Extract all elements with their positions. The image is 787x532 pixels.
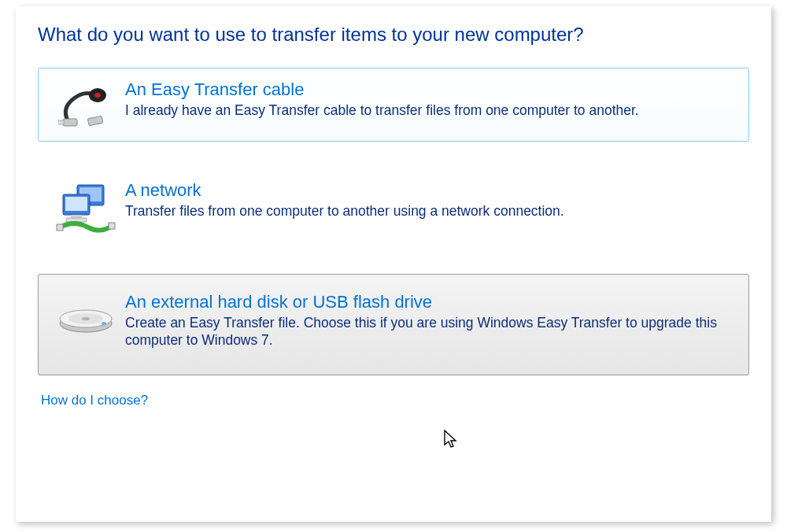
svg-rect-8 bbox=[65, 197, 87, 211]
svg-rect-4 bbox=[87, 116, 102, 126]
network-icon bbox=[51, 180, 120, 235]
wizard-panel: What do you want to use to transfer item… bbox=[16, 6, 771, 522]
option-description: Create an Easy Transfer file. Choose thi… bbox=[125, 314, 736, 349]
cursor-icon bbox=[444, 430, 460, 450]
option-description: Transfer files from one computer to anot… bbox=[125, 202, 736, 220]
option-easy-transfer-cable[interactable]: An Easy Transfer cable I already have an… bbox=[38, 68, 749, 142]
option-title: An external hard disk or USB flash drive bbox=[125, 292, 736, 312]
external-disk-icon bbox=[51, 292, 120, 334]
svg-rect-2 bbox=[63, 119, 77, 126]
option-title: A network bbox=[125, 180, 736, 201]
help-link-how-do-i-choose[interactable]: How do I choose? bbox=[41, 393, 148, 408]
option-network[interactable]: A network Transfer files from one comput… bbox=[38, 168, 749, 247]
option-description: I already have an Easy Transfer cable to… bbox=[125, 102, 736, 119]
svg-rect-11 bbox=[57, 224, 63, 231]
cable-icon bbox=[51, 79, 120, 130]
svg-rect-9 bbox=[71, 215, 82, 218]
option-text: A network Transfer files from one comput… bbox=[120, 180, 736, 220]
svg-rect-3 bbox=[58, 120, 64, 124]
option-external-disk[interactable]: An external hard disk or USB flash drive… bbox=[38, 274, 749, 375]
svg-point-1 bbox=[94, 93, 101, 98]
svg-point-17 bbox=[102, 322, 106, 325]
svg-point-16 bbox=[82, 317, 90, 320]
page-heading: What do you want to use to transfer item… bbox=[38, 24, 749, 46]
option-text: An Easy Transfer cable I already have an… bbox=[120, 79, 736, 119]
option-title: An Easy Transfer cable bbox=[125, 79, 736, 100]
option-text: An external hard disk or USB flash drive… bbox=[120, 292, 736, 349]
svg-rect-12 bbox=[109, 223, 115, 229]
